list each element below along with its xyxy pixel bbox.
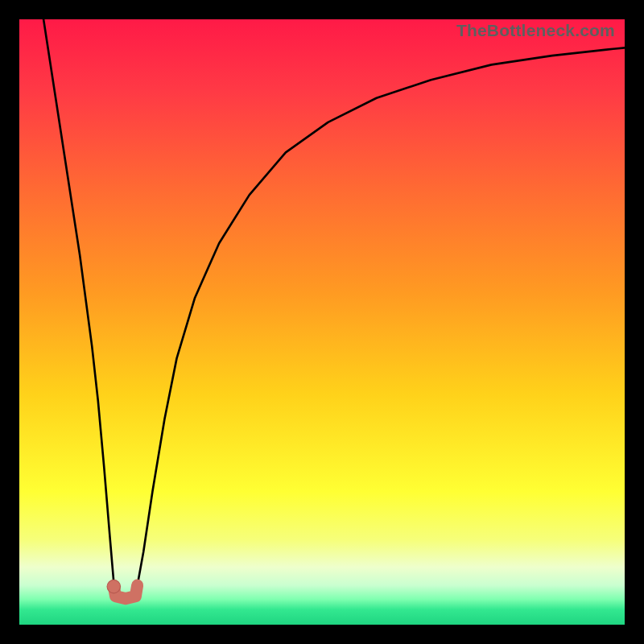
curve-layer [19, 19, 625, 625]
min-marker-icon [107, 580, 121, 593]
chart-frame: TheBottleneck.com [0, 0, 644, 644]
plot-area: TheBottleneck.com [19, 19, 625, 625]
curve-left-branch [43, 19, 114, 582]
watermark-text: TheBottleneck.com [456, 21, 615, 40]
curve-right-branch [138, 47, 625, 585]
